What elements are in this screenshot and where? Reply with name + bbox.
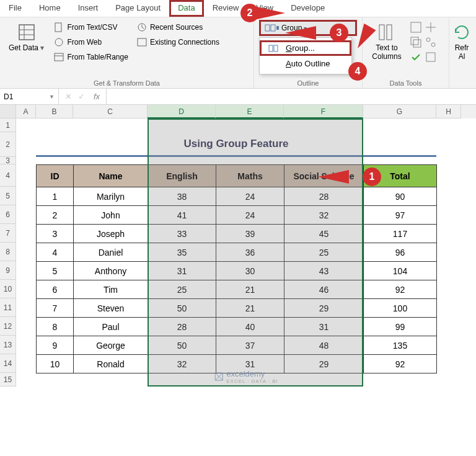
ribbon: Get Data ▾ From Text/CSV From Web From T… [0, 17, 476, 89]
table-header[interactable]: ID [37, 165, 74, 187]
tab-insert[interactable]: Insert [69, 0, 107, 17]
sheet-title: Using Group Feature [36, 132, 436, 157]
logo-icon [214, 372, 224, 382]
col-header-D[interactable]: D [148, 105, 216, 118]
tab-developer[interactable]: Develope [282, 0, 333, 17]
table-row[interactable]: 3Joseph333945117 [37, 225, 437, 243]
from-table-button[interactable]: From Table/Range [51, 51, 131, 63]
group-dropdown: Group... Auto Outline [259, 37, 352, 74]
row-header-14[interactable]: 14 [0, 354, 16, 373]
table-row[interactable]: 4Daniel35362596 [37, 243, 437, 262]
row-header-12[interactable]: 12 [0, 317, 16, 336]
existing-connections-button[interactable]: Existing Connections [134, 36, 222, 48]
ribbon-group-get-transform: Get Data ▾ From Text/CSV From Web From T… [0, 17, 254, 88]
group-icon [265, 23, 280, 33]
row-header-11[interactable]: 11 [0, 298, 16, 317]
col-header-F[interactable]: F [284, 105, 363, 118]
row-header-7[interactable]: 7 [0, 224, 16, 243]
manage-data-icon[interactable] [425, 51, 437, 63]
table-row[interactable]: 1Marilyn38242890 [37, 187, 437, 206]
dropdown-group[interactable]: Group... [260, 40, 351, 56]
row-header-13[interactable]: 13 [0, 336, 16, 354]
svg-rect-9 [138, 38, 146, 46]
table-row[interactable]: 5Anthony313043104 [37, 262, 437, 280]
table-row[interactable]: 7Steven502129100 [37, 299, 437, 318]
table-icon [54, 52, 64, 62]
row-header-8[interactable]: 8 [0, 243, 16, 261]
get-data-button[interactable]: Get Data ▾ [5, 20, 48, 78]
clock-icon [137, 22, 147, 32]
svg-rect-16 [387, 25, 392, 40]
consolidate-icon[interactable] [425, 21, 437, 34]
table-row[interactable]: 2John41243297 [37, 206, 437, 225]
svg-rect-22 [426, 53, 435, 61]
svg-rect-17 [411, 22, 421, 32]
ribbon-group-data-tools: Text to Columns Data Tools [363, 17, 449, 88]
file-icon [54, 22, 64, 32]
ribbon-group-label-outline: Outline [259, 78, 357, 87]
watermark: exceldemyEXCEL · DATA · BI [214, 369, 278, 384]
flash-fill-icon[interactable] [410, 21, 422, 34]
col-header-H[interactable]: H [436, 105, 461, 118]
svg-rect-11 [271, 25, 275, 31]
cancel-icon[interactable]: ✕ [65, 92, 72, 101]
col-header-G[interactable]: G [363, 105, 436, 118]
from-web-button[interactable]: From Web [51, 36, 131, 48]
tab-file[interactable]: File [0, 0, 30, 17]
select-all-corner[interactable] [0, 105, 16, 118]
relationships-icon[interactable] [425, 36, 437, 48]
refresh-icon [452, 22, 472, 42]
col-header-C[interactable]: C [73, 105, 148, 118]
svg-rect-12 [276, 26, 279, 30]
formula-input[interactable] [107, 89, 476, 104]
row-header-3[interactable]: 3 [0, 157, 16, 164]
ribbon-group-refresh: Refr Al [449, 17, 474, 88]
data-table: IDNameEnglishMathsSocial ScienceTotal1Ma… [36, 164, 437, 373]
row-header-9[interactable]: 9 [0, 261, 16, 280]
recent-sources-button[interactable]: Recent Sources [134, 21, 222, 34]
svg-rect-10 [265, 25, 270, 31]
link-icon [137, 37, 147, 47]
table-header[interactable]: Maths [216, 165, 284, 187]
data-validation-icon[interactable] [410, 51, 422, 63]
tab-page-layout[interactable]: Page Layout [107, 0, 169, 17]
enter-icon[interactable]: ✓ [78, 92, 85, 101]
from-text-csv-button[interactable]: From Text/CSV [51, 21, 131, 34]
table-row[interactable]: 8Paul28403199 [37, 318, 437, 336]
group-icon [268, 44, 281, 53]
col-header-B[interactable]: B [36, 105, 73, 118]
col-header-A[interactable]: A [16, 105, 36, 118]
database-icon [17, 22, 37, 42]
ribbon-group-label-tools: Data Tools [368, 78, 444, 87]
tab-data[interactable]: Data [169, 0, 203, 17]
svg-rect-14 [274, 45, 278, 51]
svg-point-5 [55, 38, 63, 46]
table-row[interactable]: 9George503748135 [37, 336, 437, 355]
tab-home[interactable]: Home [30, 0, 69, 17]
row-header-6[interactable]: 6 [0, 205, 16, 224]
ribbon-tabs: File Home Insert Page Layout Data Review… [0, 0, 476, 17]
dropdown-auto-outline[interactable]: Auto Outline [260, 56, 351, 71]
col-header-E[interactable]: E [216, 105, 284, 118]
svg-point-20 [426, 38, 430, 42]
fx-label[interactable]: fx [94, 92, 100, 101]
svg-point-21 [431, 43, 435, 47]
row-header-1[interactable]: 1 [0, 118, 16, 132]
table-header[interactable]: English [148, 165, 216, 187]
row-header-10[interactable]: 10 [0, 280, 16, 298]
svg-rect-13 [269, 45, 273, 51]
spreadsheet-grid: ABCDEFGH 123456789101112131415 Using Gro… [0, 105, 476, 387]
row-header-2[interactable]: 2 [0, 132, 16, 157]
table-header[interactable]: Name [74, 165, 148, 187]
row-header-4[interactable]: 4 [0, 164, 16, 187]
row-header-15[interactable]: 15 [0, 373, 16, 387]
svg-rect-19 [413, 40, 421, 47]
remove-duplicates-icon[interactable] [410, 36, 422, 48]
formula-bar: D1▼ ✕ ✓ fx [0, 89, 476, 105]
row-header-5[interactable]: 5 [0, 187, 16, 205]
name-box[interactable]: D1▼ [0, 89, 59, 104]
svg-rect-4 [55, 23, 61, 32]
svg-rect-15 [379, 25, 384, 40]
table-row[interactable]: 6Tim25214692 [37, 280, 437, 299]
refresh-all-button[interactable]: Refr Al [454, 20, 469, 64]
